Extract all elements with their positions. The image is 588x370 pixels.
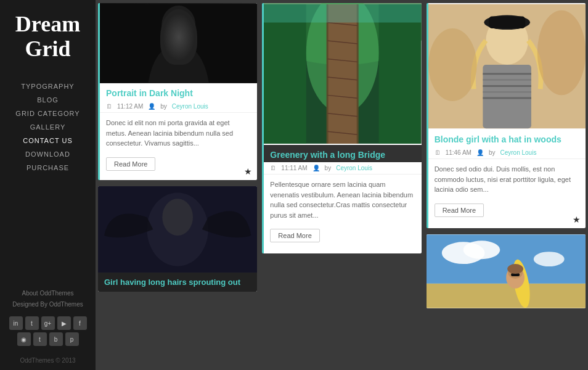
card-portrait: Portrait in Dark Night 🗓 11:12 AM 👤 by C… [98, 3, 257, 180]
card-bridge-read-more[interactable]: Read More [270, 229, 319, 242]
card-bridge-title: Greenery with a long Bridge [270, 150, 415, 160]
nav-gallery[interactable]: GALLERY [0, 120, 96, 134]
copyright: OddThemes © 2013 [20, 357, 75, 364]
pinterest-icon[interactable]: p [65, 332, 79, 346]
svg-point-45 [507, 264, 523, 274]
svg-point-35 [537, 10, 586, 95]
card-blonde-time: 11:46 AM [446, 149, 472, 156]
card-blonde-meta: 🗓 11:46 AM 👤 by Ceyron Louis [428, 147, 586, 159]
svg-point-39 [534, 252, 565, 266]
rss-icon[interactable]: ◉ [17, 332, 31, 346]
google-plus-icon[interactable]: g+ [41, 316, 55, 330]
by-label2: by [325, 165, 332, 171]
social-icons: in t g+ ▶ f ◉ t b p [0, 316, 96, 346]
nav-purchase[interactable]: PURCHASE [0, 161, 96, 175]
blogger-icon[interactable]: b [49, 332, 63, 346]
card-beach-image [427, 234, 586, 308]
sidebar: Dream Grid TYPOGRAPHY BLOG GRID CATEGORY… [0, 0, 96, 370]
svg-rect-40 [427, 283, 586, 308]
svg-rect-22 [264, 4, 421, 22]
card-bridge-body: Pellentesque ornare sem lacinia quam ven… [264, 175, 421, 225]
card-portrait-author: Ceyron Louis [172, 103, 208, 110]
card-beach [427, 234, 586, 308]
svg-rect-10 [379, 4, 422, 144]
svg-point-38 [463, 240, 500, 259]
sidebar-footer: About OddThemes Designed By OddThemes [12, 288, 83, 310]
card-bridge-image [264, 3, 421, 145]
by-label3: by [489, 149, 496, 156]
by-label: by [160, 103, 167, 110]
card-girl-hair-title-bar: Girl having long hairs sprouting out [98, 273, 257, 292]
designed-by-link[interactable]: Designed By OddThemes [12, 299, 83, 310]
svg-rect-9 [264, 4, 306, 144]
nav-blog[interactable]: BLOG [0, 93, 96, 107]
card-blonde-author: Ceyron Louis [500, 149, 536, 156]
card-blonde-image [428, 3, 586, 130]
youtube-icon[interactable]: ▶ [57, 316, 71, 330]
svg-rect-27 [489, 16, 525, 28]
nav-typography[interactable]: TYPOGRAPHY [0, 80, 96, 93]
column-1: Portrait in Dark Night 🗓 11:12 AM 👤 by C… [96, 0, 259, 370]
card-girl-hair-title: Girl having long hairs sprouting out [104, 278, 251, 287]
card-bridge: Greenery with a long Bridge 🗓 11:11 AM 👤… [262, 3, 421, 253]
nav-download[interactable]: DOWNLOAD [0, 147, 96, 161]
card-portrait-image [100, 3, 257, 83]
facebook-icon[interactable]: f [73, 316, 87, 330]
twitter2-icon[interactable]: t [33, 332, 47, 346]
main-nav: TYPOGRAPHY BLOG GRID CATEGORY GALLERY CO… [0, 80, 96, 175]
nav-contact-us[interactable]: CONTACT US [0, 134, 96, 147]
card-girl-hair: Girl having long hairs sprouting out [98, 186, 257, 292]
card-portrait-body: Donec id elit non mi porta gravida at eg… [100, 113, 257, 154]
card-blonde-read-more[interactable]: Read More [435, 204, 484, 217]
card-bridge-time: 11:11 AM [281, 165, 307, 171]
card-blonde-body: Donec sed odio dui. Duis mollis, est non… [428, 159, 586, 200]
nav-grid-category[interactable]: GRID CATEGORY [0, 107, 96, 120]
card-portrait-meta: 🗓 11:12 AM 👤 by Ceyron Louis [100, 101, 257, 113]
card-portrait-time: 11:12 AM [117, 103, 143, 110]
linkedin-icon[interactable]: in [9, 316, 23, 330]
card-blonde: Blonde girl with a hat in woods 🗓 11:46 … [427, 3, 586, 228]
card-portrait-title: Portrait in Dark Night [100, 83, 257, 101]
twitter-icon[interactable]: t [25, 316, 39, 330]
card-blonde-title: Blonde girl with a hat in woods [428, 130, 586, 147]
about-link[interactable]: About OddThemes [12, 288, 83, 299]
card-portrait-star: ★ [244, 166, 252, 176]
svg-rect-2 [100, 4, 257, 83]
card-bridge-meta: 🗓 11:11 AM 👤 by Ceyron Louis [264, 162, 421, 175]
card-bridge-author: Ceyron Louis [336, 165, 372, 171]
site-title: Dream Grid [0, 12, 96, 61]
main-content: Portrait in Dark Night 🗓 11:12 AM 👤 by C… [96, 0, 588, 370]
card-portrait-read-more[interactable]: Read More [106, 157, 155, 171]
card-blonde-star: ★ [573, 215, 581, 224]
column-3: Blonde girl with a hat in woods 🗓 11:46 … [424, 0, 588, 370]
svg-point-34 [428, 28, 477, 101]
card-girl-hair-image [98, 186, 257, 273]
card-bridge-title-bar: Greenery with a long Bridge [264, 145, 421, 162]
column-2: Greenery with a long Bridge 🗓 11:11 AM 👤… [259, 0, 423, 370]
svg-rect-6 [98, 186, 257, 272]
